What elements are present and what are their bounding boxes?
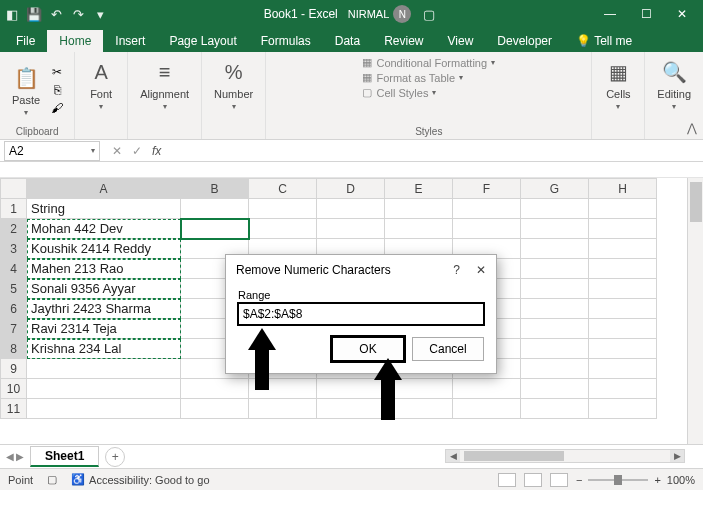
close-button[interactable]: ✕ — [665, 2, 699, 26]
col-header-G[interactable]: G — [521, 179, 589, 199]
fx-icon[interactable]: fx — [152, 144, 161, 158]
format-as-table-button[interactable]: ▦Format as Table ▾ — [362, 71, 463, 84]
status-bar: Point ▢ ♿ Accessibility: Good to go − + … — [0, 468, 703, 490]
cell[interactable] — [181, 219, 249, 239]
dialog-close-icon[interactable]: ✕ — [476, 263, 486, 277]
chevron-down-icon: ▾ — [24, 108, 28, 117]
format-painter-icon[interactable]: 🖌 — [48, 100, 66, 116]
col-header-A[interactable]: A — [27, 179, 181, 199]
status-mode: Point — [8, 474, 33, 486]
document-title: Book1 - Excel — [264, 7, 338, 21]
editing-button[interactable]: 🔍 Editing ▾ — [653, 56, 695, 113]
cell[interactable]: Mohan 442 Dev — [27, 219, 181, 239]
zoom-level[interactable]: 100% — [667, 474, 695, 486]
macro-record-icon[interactable]: ▢ — [47, 473, 57, 486]
col-header-H[interactable]: H — [589, 179, 657, 199]
normal-view-button[interactable] — [498, 473, 516, 487]
name-box[interactable]: A2 ▾ — [4, 141, 100, 161]
dialog-titlebar[interactable]: Remove Numeric Characters ? ✕ — [226, 255, 496, 285]
row-header[interactable]: 2 — [1, 219, 27, 239]
tab-tellme[interactable]: 💡 Tell me — [564, 30, 644, 52]
tab-view[interactable]: View — [436, 30, 486, 52]
tab-developer[interactable]: Developer — [485, 30, 564, 52]
zoom-out-icon[interactable]: − — [576, 474, 582, 486]
horizontal-scrollbar[interactable]: ◀ ▶ — [445, 449, 685, 463]
scroll-right-icon[interactable]: ▶ — [670, 450, 684, 462]
number-button[interactable]: % Number ▾ — [210, 56, 257, 113]
accessibility-status[interactable]: ♿ Accessibility: Good to go — [71, 473, 209, 486]
vertical-scrollbar[interactable] — [687, 178, 703, 444]
zoom-control[interactable]: − + 100% — [576, 474, 695, 486]
cell[interactable]: Ravi 2314 Teja — [27, 319, 181, 339]
redo-icon[interactable]: ↷ — [70, 6, 86, 22]
group-cells: ▦ Cells ▾ — [592, 52, 645, 139]
zoom-slider[interactable] — [588, 479, 648, 481]
page-layout-view-button[interactable] — [524, 473, 542, 487]
row-header[interactable]: 9 — [1, 359, 27, 379]
row-header[interactable]: 8 — [1, 339, 27, 359]
cell-styles-button[interactable]: ▢Cell Styles ▾ — [362, 86, 436, 99]
copy-icon[interactable]: ⎘ — [48, 82, 66, 98]
row-header[interactable]: 3 — [1, 239, 27, 259]
col-header-F[interactable]: F — [453, 179, 521, 199]
sheet-tab-bar: ◀▶ Sheet1 + ◀ ▶ — [0, 444, 703, 468]
save-icon[interactable]: 💾 — [26, 6, 42, 22]
tab-insert[interactable]: Insert — [103, 30, 157, 52]
row-header[interactable]: 6 — [1, 299, 27, 319]
tab-review[interactable]: Review — [372, 30, 435, 52]
cell[interactable]: Mahen 213 Rao — [27, 259, 181, 279]
col-header-D[interactable]: D — [317, 179, 385, 199]
col-header-E[interactable]: E — [385, 179, 453, 199]
range-input[interactable] — [238, 303, 484, 325]
maximize-button[interactable]: ☐ — [629, 2, 663, 26]
tab-data[interactable]: Data — [323, 30, 372, 52]
tab-page-layout[interactable]: Page Layout — [157, 30, 248, 52]
row-header[interactable]: 5 — [1, 279, 27, 299]
page-break-view-button[interactable] — [550, 473, 568, 487]
user-account[interactable]: NIRMAL N — [348, 5, 412, 23]
collapse-ribbon-icon[interactable]: ⋀ — [687, 121, 697, 135]
select-all-corner[interactable] — [1, 179, 27, 199]
row-header[interactable]: 1 — [1, 199, 27, 219]
row-header[interactable]: 11 — [1, 399, 27, 419]
scroll-thumb[interactable] — [464, 451, 564, 461]
cell[interactable]: String — [27, 199, 181, 219]
minimize-button[interactable]: — — [593, 2, 627, 26]
alignment-button[interactable]: ≡ Alignment ▾ — [136, 56, 193, 113]
scroll-left-icon[interactable]: ◀ — [446, 450, 460, 462]
cancel-button[interactable]: Cancel — [412, 337, 484, 361]
row-header[interactable]: 10 — [1, 379, 27, 399]
paste-button[interactable]: 📋 Paste ▾ — [8, 62, 44, 119]
chevron-down-icon: ▾ — [99, 102, 103, 111]
user-avatar: N — [393, 5, 411, 23]
qat-dropdown-icon[interactable]: ▾ — [92, 6, 108, 22]
row-header[interactable]: 7 — [1, 319, 27, 339]
row-header[interactable]: 4 — [1, 259, 27, 279]
cells-button[interactable]: ▦ Cells ▾ — [600, 56, 636, 113]
autosave-icon[interactable]: ◧ — [4, 6, 20, 22]
sheet-tab[interactable]: Sheet1 — [30, 446, 99, 467]
scroll-thumb[interactable] — [690, 182, 702, 222]
col-header-B[interactable]: B — [181, 179, 249, 199]
cell[interactable] — [181, 199, 249, 219]
cell[interactable]: Krishna 234 Lal — [27, 339, 181, 359]
enter-formula-icon[interactable]: ✓ — [132, 144, 142, 158]
tab-file[interactable]: File — [4, 30, 47, 52]
add-sheet-button[interactable]: + — [105, 447, 125, 467]
sheet-nav[interactable]: ◀▶ — [0, 451, 30, 462]
cell[interactable]: Koushik 2414 Reddy — [27, 239, 181, 259]
cancel-formula-icon[interactable]: ✕ — [112, 144, 122, 158]
cell[interactable]: Jaythri 2423 Sharma — [27, 299, 181, 319]
tab-home[interactable]: Home — [47, 30, 103, 52]
ribbon-display-icon[interactable]: ▢ — [421, 6, 437, 22]
cut-icon[interactable]: ✂ — [48, 64, 66, 80]
col-header-C[interactable]: C — [249, 179, 317, 199]
zoom-in-icon[interactable]: + — [654, 474, 660, 486]
dialog-help-icon[interactable]: ? — [453, 263, 460, 277]
font-button[interactable]: A Font ▾ — [83, 56, 119, 113]
conditional-formatting-button[interactable]: ▦Conditional Formatting ▾ — [362, 56, 495, 69]
undo-icon[interactable]: ↶ — [48, 6, 64, 22]
window-title: Book1 - Excel NIRMAL N ▢ — [108, 5, 593, 23]
tab-formulas[interactable]: Formulas — [249, 30, 323, 52]
cell[interactable]: Sonali 9356 Ayyar — [27, 279, 181, 299]
